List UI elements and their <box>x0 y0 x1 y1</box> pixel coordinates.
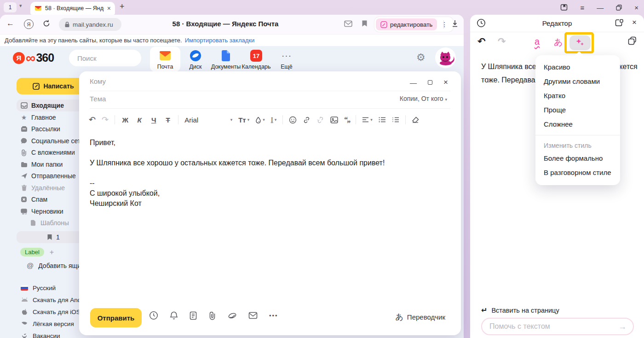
signature-pen-icon[interactable] <box>228 312 237 320</box>
user-avatar[interactable] <box>435 47 456 68</box>
sidebar-item-my-folders[interactable]: Мои папки <box>17 158 88 170</box>
refresh-icon[interactable] <box>42 19 51 28</box>
tab-disk[interactable]: Диск <box>180 47 211 70</box>
cc-from-toggle[interactable]: Копии, От кого ▾ <box>400 95 447 102</box>
send-button[interactable]: Отправить <box>90 308 142 327</box>
search-box[interactable] <box>69 50 141 66</box>
menu-item-rephrase[interactable]: Другими словами <box>535 74 620 88</box>
sidebar-item-social[interactable]: Социальные сети <box>17 135 88 147</box>
insert-image-button[interactable] <box>330 117 338 123</box>
light-version-link[interactable]: Лёгкая версия <box>20 319 74 329</box>
insert-on-page-button[interactable]: ↵ Вставить на страницу <box>481 306 559 315</box>
blockquote-button[interactable]: “„ <box>344 116 350 124</box>
numbered-list-button[interactable] <box>392 117 399 122</box>
sidebar-item-newsletters[interactable]: Рассылки <box>17 123 88 135</box>
copy-icon[interactable] <box>628 36 637 45</box>
undo-icon[interactable]: ↶ <box>89 115 96 125</box>
sidebar-item-main[interactable]: ★ Главное <box>17 111 88 123</box>
template-note-icon[interactable] <box>190 311 197 320</box>
sidebar-item-spam[interactable]: Спам <box>17 193 88 205</box>
sidebar-item-sent[interactable]: Отправленные <box>17 170 88 182</box>
tab-list-chevron-icon[interactable]: ▾ <box>19 3 22 9</box>
spellcheck-icon[interactable]: a <box>535 36 540 47</box>
download-ios-link[interactable]: Скачать для iOS <box>20 307 80 317</box>
font-size-select[interactable]: Тт ▾ <box>238 116 249 124</box>
font-family-select[interactable]: Arial ▾ <box>184 116 232 124</box>
menu-item-conversational[interactable]: В разговорном стиле <box>535 165 620 180</box>
highlight-color-button[interactable]: I ▾ <box>271 116 277 124</box>
label-pill[interactable]: Label <box>20 248 44 256</box>
strikethrough-button[interactable]: Т <box>164 116 172 124</box>
edit-page-button[interactable]: редактировать <box>376 18 437 30</box>
tab-count-badge[interactable]: 1 <box>4 2 17 12</box>
sidebar-item-attachments[interactable]: С вложениями <box>17 146 88 158</box>
emoji-button[interactable] <box>289 116 297 124</box>
tab-more[interactable]: ··· Ещё <box>271 47 302 70</box>
compose-expand-icon[interactable] <box>428 80 432 85</box>
redo-icon[interactable]: ↷ <box>102 115 109 125</box>
eraser-button[interactable] <box>412 117 419 123</box>
undo-icon[interactable]: ↶ <box>477 36 486 47</box>
tab-mail[interactable]: Почта <box>150 47 180 72</box>
tab-calendar[interactable]: 17 Календарь <box>241 47 271 70</box>
add-label-icon[interactable]: + <box>50 248 54 256</box>
back-icon[interactable]: ← <box>6 19 14 28</box>
yandex-button[interactable]: Я <box>24 19 34 29</box>
tab-docs[interactable]: Документы <box>211 47 241 70</box>
underline-button[interactable]: Ч <box>150 116 158 124</box>
ai-prompt-box[interactable]: → <box>481 318 634 335</box>
active-tab[interactable]: 58 · Входящие — Яндек × <box>30 2 115 15</box>
side-panel-icon[interactable] <box>560 4 568 11</box>
kebab-menu-icon[interactable]: ⋮ <box>437 21 452 28</box>
translator-button[interactable]: あ Переводчик <box>395 312 445 322</box>
envelope-icon[interactable] <box>248 312 258 319</box>
add-mailbox-button[interactable]: @ Добавить ящик <box>27 262 84 269</box>
tab-close-icon[interactable]: × <box>107 5 111 12</box>
ai-prompt-input[interactable] <box>482 322 618 331</box>
open-in-window-icon[interactable] <box>615 19 624 27</box>
submit-arrow-icon[interactable]: → <box>618 322 627 332</box>
close-panel-icon[interactable]: × <box>632 18 637 27</box>
menu-item-more-formal[interactable]: Более формально <box>535 151 620 165</box>
downloads-icon[interactable] <box>451 19 459 28</box>
browser-menu-icon[interactable]: ≡ <box>580 4 584 11</box>
vacancies-link[interactable]: Вакансии <box>20 331 60 338</box>
align-button[interactable]: ▾ <box>362 117 373 122</box>
reminder-bell-icon[interactable] <box>170 311 178 320</box>
sidebar-item-trash[interactable]: Удалённые <box>17 182 88 194</box>
more-actions-icon[interactable]: ••• <box>269 312 278 319</box>
link-button[interactable] <box>303 116 310 124</box>
minimize-window-icon[interactable]: — <box>597 4 604 11</box>
mail-notifier-icon[interactable] <box>344 20 352 27</box>
close-window-icon[interactable]: × <box>634 4 638 11</box>
to-field[interactable]: Кому <box>90 77 106 85</box>
translate-icon[interactable]: あ <box>554 36 563 48</box>
restore-window-icon[interactable] <box>616 5 622 11</box>
menu-item-simplify[interactable]: Проще <box>535 103 620 117</box>
bullet-list-button[interactable] <box>379 117 386 122</box>
new-tab-button[interactable]: + <box>120 2 125 12</box>
bookmark-icon[interactable] <box>362 20 368 27</box>
bold-button[interactable]: Ж <box>121 116 129 124</box>
text-color-button[interactable]: ▾ <box>255 117 265 123</box>
redo-icon[interactable]: ↷ <box>498 36 506 47</box>
attach-file-icon[interactable] <box>208 311 216 320</box>
menu-item-shorten[interactable]: Кратко <box>535 88 620 103</box>
import-bookmarks-link[interactable]: Импортировать закладки <box>185 37 255 44</box>
language-link[interactable]: Русский <box>20 283 56 293</box>
ai-assist-button[interactable] <box>569 35 591 50</box>
schedule-send-icon[interactable] <box>149 311 158 320</box>
yandex360-logo[interactable]: Я ∞ 360 <box>13 51 54 64</box>
italic-button[interactable]: К <box>135 116 144 124</box>
subject-field[interactable]: Тема <box>90 95 106 103</box>
compose-minimize-icon[interactable]: — <box>410 79 417 87</box>
message-body[interactable]: Привет, У Шляпника все хорошо у остальны… <box>90 138 443 209</box>
sidebar-item-templates[interactable]: Шаблоны <box>17 217 88 229</box>
settings-gear-icon[interactable]: ⚙ <box>416 52 426 64</box>
unlink-button[interactable] <box>316 116 324 124</box>
compose-close-icon[interactable]: × <box>443 78 448 87</box>
address-bar[interactable]: mail.yandex.ru <box>59 18 121 31</box>
menu-item-beautify[interactable]: Красиво <box>535 60 620 74</box>
menu-item-complexify[interactable]: Сложнее <box>535 117 620 131</box>
sidebar-item-drafts[interactable]: Черновики <box>17 205 88 217</box>
